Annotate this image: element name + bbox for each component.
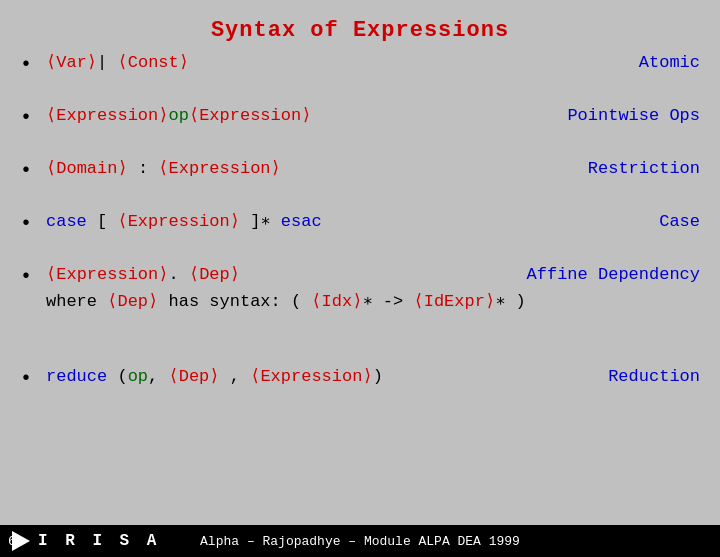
entry-row-atomic: ⟨Var⟩| ⟨Const⟩ Atomic <box>46 51 700 72</box>
close-paren-token: ∗ ) <box>495 292 526 311</box>
esac-token: esac <box>281 212 322 231</box>
domain-token: ⟨Domain⟩ <box>46 159 128 178</box>
bullet-reduction: • <box>20 367 32 390</box>
label-atomic: Atomic <box>639 53 700 72</box>
expr-atomic: ⟨Var⟩| ⟨Const⟩ <box>46 51 189 72</box>
case-token: case <box>46 212 87 231</box>
dot-token: . <box>169 265 189 284</box>
entry-row-restriction: ⟨Domain⟩ : ⟨Expression⟩ Restriction <box>46 157 700 178</box>
page-number: 6 <box>8 534 16 549</box>
op-reduction-token: op <box>128 367 148 386</box>
expr-case: case [ ⟨Expression⟩ ]∗ esac <box>46 210 322 231</box>
bullet-case: • <box>20 212 32 235</box>
expr-affine: ⟨Expression⟩. ⟨Dep⟩ <box>46 263 240 284</box>
op-token: op <box>169 106 189 125</box>
where-clause: where ⟨Dep⟩ has syntax: ( ⟨Idx⟩∗ -> ⟨IdE… <box>46 290 700 311</box>
open-paren-token: ( <box>107 367 127 386</box>
expr-reduction-token: ⟨Expression⟩ <box>250 367 373 386</box>
bullet-atomic: • <box>20 53 32 76</box>
entry-row-pointwise: ⟨Expression⟩op⟨Expression⟩ Pointwise Ops <box>46 104 700 125</box>
label-restriction: Restriction <box>588 159 700 178</box>
var-token: ⟨Var⟩ <box>46 53 97 72</box>
dep-reduction-token: ⟨Dep⟩ <box>168 367 219 386</box>
footer-logo-area: I R I S A <box>12 531 160 551</box>
entry-body-affine: ⟨Expression⟩. ⟨Dep⟩ Affine Dependency wh… <box>46 263 700 337</box>
entry-body-pointwise: ⟨Expression⟩op⟨Expression⟩ Pointwise Ops <box>46 104 700 125</box>
expr-token-1: ⟨Expression⟩ <box>46 106 169 125</box>
expr-affine-token: ⟨Expression⟩ <box>46 265 169 284</box>
entry-body-atomic: ⟨Var⟩| ⟨Const⟩ Atomic <box>46 51 700 72</box>
arrow-token: ∗ -> <box>362 292 413 311</box>
bullet-restriction: • <box>20 159 32 182</box>
entry-body-restriction: ⟨Domain⟩ : ⟨Expression⟩ Restriction <box>46 157 700 178</box>
idexpr-token: ⟨IdExpr⟩ <box>413 292 495 311</box>
entry-row-affine: ⟨Expression⟩. ⟨Dep⟩ Affine Dependency <box>46 263 700 284</box>
page-title: Syntax of Expressions <box>20 10 700 51</box>
expr-pointwise: ⟨Expression⟩op⟨Expression⟩ <box>46 104 311 125</box>
bracket-close-token: ]∗ <box>240 212 281 231</box>
where-text: where <box>46 292 107 311</box>
entry-body-case: case [ ⟨Expression⟩ ]∗ esac Case <box>46 210 700 231</box>
pipe-token: | <box>97 53 117 72</box>
expr-restriction: ⟨Domain⟩ : ⟨Expression⟩ <box>46 157 281 178</box>
label-pointwise: Pointwise Ops <box>567 106 700 125</box>
expr-reduction: reduce (op, ⟨Dep⟩ , ⟨Expression⟩) <box>46 365 383 386</box>
expr-case-token: ⟨Expression⟩ <box>117 212 240 231</box>
expr-restriction-token: ⟨Expression⟩ <box>158 159 281 178</box>
footer: 6 Alpha – Rajopadhye – Module ALPA DEA 1… <box>0 525 720 557</box>
dep-where-token: ⟨Dep⟩ <box>107 292 158 311</box>
comma2-token: , <box>220 367 251 386</box>
expr-token-2: ⟨Expression⟩ <box>189 106 312 125</box>
label-affine: Affine Dependency <box>527 265 700 284</box>
irisa-logo-text: I R I S A <box>38 532 160 550</box>
colon-token: : <box>128 159 159 178</box>
entry-body-reduction: reduce (op, ⟨Dep⟩ , ⟨Expression⟩) Reduct… <box>46 365 700 386</box>
dep-token: ⟨Dep⟩ <box>189 265 240 284</box>
close-paren-reduction-token: ) <box>373 367 383 386</box>
entry-affine: • ⟨Expression⟩. ⟨Dep⟩ Affine Dependency … <box>20 263 700 337</box>
label-case: Case <box>659 212 700 231</box>
const-token: ⟨Const⟩ <box>118 53 189 72</box>
entry-reduction: • reduce (op, ⟨Dep⟩ , ⟨Expression⟩) Redu… <box>20 365 700 390</box>
reduce-token: reduce <box>46 367 107 386</box>
label-reduction: Reduction <box>608 367 700 386</box>
idx-token: ⟨Idx⟩ <box>311 292 362 311</box>
bullet-affine: • <box>20 265 32 288</box>
entry-restriction: • ⟨Domain⟩ : ⟨Expression⟩ Restriction <box>20 157 700 182</box>
has-syntax-text: has syntax: ( <box>158 292 311 311</box>
entry-case: • case [ ⟨Expression⟩ ]∗ esac Case <box>20 210 700 235</box>
bracket-open-token: [ <box>87 212 118 231</box>
entry-row-reduction: reduce (op, ⟨Dep⟩ , ⟨Expression⟩) Reduct… <box>46 365 700 386</box>
entry-pointwise: • ⟨Expression⟩op⟨Expression⟩ Pointwise O… <box>20 104 700 129</box>
bullet-pointwise: • <box>20 106 32 129</box>
main-content: Syntax of Expressions • ⟨Var⟩| ⟨Const⟩ A… <box>0 0 720 390</box>
comma1-token: , <box>148 367 168 386</box>
entry-atomic: • ⟨Var⟩| ⟨Const⟩ Atomic <box>20 51 700 76</box>
footer-center-text: Alpha – Rajopadhye – Module ALPA DEA 199… <box>200 534 520 549</box>
entry-row-case: case [ ⟨Expression⟩ ]∗ esac Case <box>46 210 700 231</box>
